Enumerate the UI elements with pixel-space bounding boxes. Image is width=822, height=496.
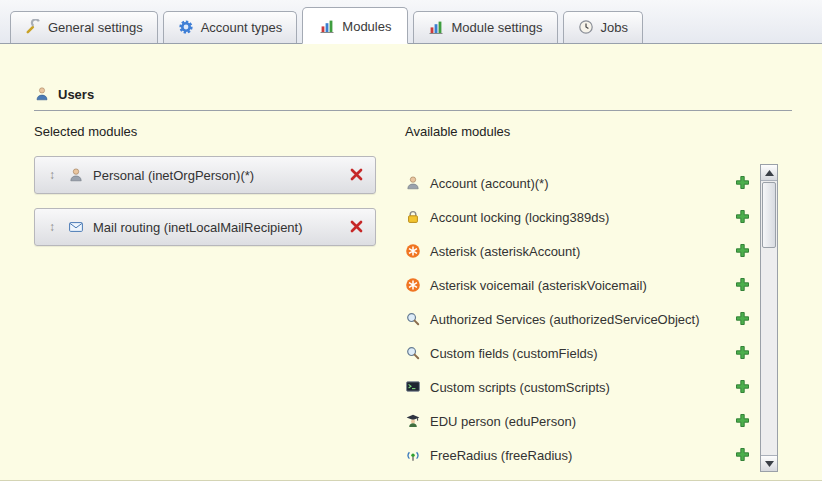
available-modules-list: Account (account)(*) Account locking (lo… [405,166,751,472]
add-icon [735,277,751,293]
scroll-down-button[interactable] [761,455,777,471]
tab-bar: General settings Account types Modules M… [0,0,822,44]
list-item: Custom fields (customFields) [405,336,751,370]
module-label: EDU person (eduPerson) [430,414,576,429]
scroll-up-button[interactable] [761,165,777,181]
add-icon [735,311,751,327]
remove-module-button[interactable] [349,219,365,235]
list-item: Account locking (locking389ds) [405,200,751,234]
tab-module-settings[interactable]: Module settings [413,11,557,43]
magnifier-icon [405,345,421,361]
module-label: Custom fields (customFields) [430,346,598,361]
antenna-icon [405,447,421,463]
clock-icon [578,19,594,35]
add-icon [735,209,751,225]
delete-icon [349,167,365,183]
selected-modules-heading: Selected modules [34,124,137,139]
person-icon [68,167,84,183]
module-label: Asterisk voicemail (asteriskVoicemail) [430,278,647,293]
module-label: Authorized Services (authorizedServiceOb… [430,312,700,327]
add-module-button[interactable] [735,379,751,395]
bar-chart-icon [428,19,444,35]
add-module-button[interactable] [735,345,751,361]
tab-label: Modules [342,19,391,34]
tab-jobs[interactable]: Jobs [563,11,643,43]
wrench-icon [25,19,41,35]
person-icon [405,175,421,191]
mail-icon [68,219,84,235]
add-module-button[interactable] [735,413,751,429]
delete-icon [349,219,365,235]
add-module-button[interactable] [735,311,751,327]
terminal-icon [405,379,421,395]
tab-label: General settings [48,20,143,35]
add-module-button[interactable] [735,447,751,463]
list-item: Authorized Services (authorizedServiceOb… [405,302,751,336]
triangle-up-icon [765,170,774,176]
add-module-button[interactable] [735,243,751,259]
add-module-button[interactable] [735,277,751,293]
module-label: Account locking (locking389ds) [430,210,609,225]
users-section-title: Users [58,87,94,102]
asterisk-icon [405,277,421,293]
asterisk-icon [405,243,421,259]
selected-modules-list: ↕ Personal (inetOrgPerson)(*) ↕ Mail rou… [34,156,376,246]
lock-icon [405,209,421,225]
tab-account-types[interactable]: Account types [163,11,298,43]
tab-label: Module settings [451,20,542,35]
list-item: Asterisk (asteriskAccount) [405,234,751,268]
add-icon [735,345,751,361]
remove-module-button[interactable] [349,167,365,183]
module-label: Asterisk (asteriskAccount) [430,244,580,259]
list-item: Asterisk voicemail (asteriskVoicemail) [405,268,751,302]
triangle-down-icon [765,461,774,467]
tab-modules[interactable]: Modules [302,7,408,44]
selected-module-item[interactable]: ↕ Mail routing (inetLocalMailRecipient) [34,208,376,246]
scrollbar-thumb[interactable] [762,182,776,248]
bar-chart-icon [319,18,335,34]
module-label: Custom scripts (customScripts) [430,380,610,395]
add-module-button[interactable] [735,175,751,191]
list-item: FreeRadius (freeRadius) [405,438,751,472]
add-icon [735,413,751,429]
add-icon [735,175,751,191]
magnifier-icon [405,311,421,327]
list-item: Custom scripts (customScripts) [405,370,751,404]
user-icon [34,86,50,102]
lam-config-window: General settings Account types Modules M… [0,0,822,496]
graduate-icon [405,413,421,429]
drag-handle-icon[interactable]: ↕ [45,220,59,234]
list-item: Account (account)(*) [405,166,751,200]
rosette-icon [178,19,194,35]
add-icon [735,243,751,259]
tab-general-settings[interactable]: General settings [10,11,158,43]
tab-label: Account types [201,20,283,35]
list-item: EDU person (eduPerson) [405,404,751,438]
available-modules-heading: Available modules [405,124,510,139]
add-icon [735,447,751,463]
module-label: Account (account)(*) [430,176,549,191]
tab-label: Jobs [601,20,628,35]
add-module-button[interactable] [735,209,751,225]
modules-panel: Users Selected modules Available modules… [0,44,822,481]
module-label: Mail routing (inetLocalMailRecipient) [93,220,303,235]
module-label: FreeRadius (freeRadius) [430,448,572,463]
module-label: Personal (inetOrgPerson)(*) [93,168,254,183]
users-section-heading: Users [34,86,792,111]
selected-module-item[interactable]: ↕ Personal (inetOrgPerson)(*) [34,156,376,194]
add-icon [735,379,751,395]
available-modules-scrollbar[interactable] [760,164,778,472]
drag-handle-icon[interactable]: ↕ [45,168,59,182]
